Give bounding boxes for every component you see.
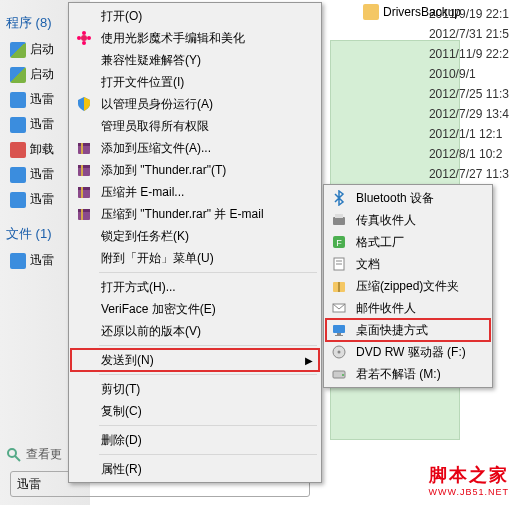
blank-icon: [75, 278, 93, 296]
uninstall-icon: [10, 142, 26, 158]
menu-item-label: 属性(R): [101, 461, 142, 478]
folder-icon: [363, 4, 379, 20]
submenu-arrow-icon: ▶: [305, 355, 313, 366]
windows-icon: [10, 42, 26, 58]
menu-item-label: 使用光影魔术手编辑和美化: [101, 30, 245, 47]
svg-rect-30: [337, 333, 341, 335]
svg-rect-12: [81, 165, 83, 176]
svg-line-1: [15, 456, 20, 461]
menu-item-label: 删除(D): [101, 432, 142, 449]
menu-item-label: 复制(C): [101, 403, 142, 420]
menu-item[interactable]: 锁定到任务栏(K): [71, 225, 319, 247]
rar-icon: [75, 205, 93, 223]
menu-item[interactable]: 管理员取得所有权限: [71, 115, 319, 137]
shield-icon: [75, 95, 93, 113]
svg-rect-14: [78, 187, 90, 190]
menu-item-label: VeriFace 加密文件(E): [101, 301, 216, 318]
blank-icon: [75, 380, 93, 398]
fax-icon: [330, 211, 348, 229]
context-menu: 打开(O)使用光影魔术手编辑和美化兼容性疑难解答(Y)打开文件位置(I)以管理员…: [68, 2, 322, 483]
rar-icon: [75, 139, 93, 157]
menu-item[interactable]: 打开文件位置(I): [71, 71, 319, 93]
menu-item[interactable]: 还原以前的版本(V): [71, 320, 319, 342]
dvd-icon: [330, 343, 348, 361]
blank-icon: [75, 51, 93, 69]
submenu-item-label: 文档: [356, 256, 380, 273]
svg-point-35: [342, 374, 344, 376]
menu-item-label: 压缩并 E-mail...: [101, 184, 184, 201]
submenu-item[interactable]: F格式工厂: [326, 231, 490, 253]
search-icon: [6, 447, 22, 463]
submenu-item-label: Bluetooth 设备: [356, 190, 434, 207]
submenu-item[interactable]: 邮件收件人: [326, 297, 490, 319]
svg-point-5: [77, 36, 81, 40]
menu-item[interactable]: 添加到压缩文件(A)...: [71, 137, 319, 159]
submenu-item-label: 邮件收件人: [356, 300, 416, 317]
menu-item[interactable]: 添加到 "Thunder.rar"(T): [71, 159, 319, 181]
submenu-item-label: 君若不解语 (M:): [356, 366, 441, 383]
menu-item[interactable]: 附到「开始」菜单(U): [71, 247, 319, 269]
drive-icon: [330, 365, 348, 383]
submenu-item-label: 格式工厂: [356, 234, 404, 251]
svg-point-33: [338, 351, 341, 354]
blank-icon: [75, 227, 93, 245]
windows-icon: [10, 67, 26, 83]
menu-item[interactable]: 删除(D): [71, 429, 319, 451]
svg-rect-31: [335, 335, 343, 336]
menu-item-label: 添加到压缩文件(A)...: [101, 140, 211, 157]
menu-item[interactable]: 压缩并 E-mail...: [71, 181, 319, 203]
see-more-results[interactable]: 查看更: [6, 446, 62, 463]
app-icon: [10, 167, 26, 183]
svg-point-0: [8, 449, 16, 457]
svg-text:F: F: [336, 238, 342, 248]
menu-item[interactable]: 打开方式(H)...: [71, 276, 319, 298]
menu-item-label: 发送到(N): [101, 352, 154, 369]
menu-item-label: 以管理员身份运行(A): [101, 96, 213, 113]
menu-item-label: 打开方式(H)...: [101, 279, 176, 296]
menu-item-label: 添加到 "Thunder.rar"(T): [101, 162, 226, 179]
menu-item[interactable]: 打开(O): [71, 5, 319, 27]
menu-item[interactable]: 以管理员身份运行(A): [71, 93, 319, 115]
sendto-submenu: Bluetooth 设备传真收件人F格式工厂文档压缩(zipped)文件夹邮件收…: [323, 184, 493, 388]
submenu-item[interactable]: 桌面快捷方式: [326, 319, 490, 341]
menu-item[interactable]: 复制(C): [71, 400, 319, 422]
svg-rect-18: [81, 209, 83, 220]
bt-icon: [330, 189, 348, 207]
app-icon: [10, 92, 26, 108]
svg-rect-11: [78, 165, 90, 168]
menu-item[interactable]: VeriFace 加密文件(E): [71, 298, 319, 320]
menu-item[interactable]: 兼容性疑难解答(Y): [71, 49, 319, 71]
menu-item-label: 剪切(T): [101, 381, 140, 398]
menu-item[interactable]: 剪切(T): [71, 378, 319, 400]
blank-icon: [75, 402, 93, 420]
submenu-item[interactable]: 君若不解语 (M:): [326, 363, 490, 385]
svg-rect-17: [78, 209, 90, 212]
desktop-icon: [330, 321, 348, 339]
submenu-item[interactable]: 压缩(zipped)文件夹: [326, 275, 490, 297]
menu-item[interactable]: 属性(R): [71, 458, 319, 480]
submenu-item[interactable]: 传真收件人: [326, 209, 490, 231]
submenu-item[interactable]: DVD RW 驱动器 (F:): [326, 341, 490, 363]
svg-point-6: [87, 36, 91, 40]
submenu-item[interactable]: Bluetooth 设备: [326, 187, 490, 209]
blank-icon: [75, 431, 93, 449]
menu-item-label: 打开文件位置(I): [101, 74, 184, 91]
rar-icon: [75, 183, 93, 201]
menu-item-label: 兼容性疑难解答(Y): [101, 52, 201, 69]
menu-item[interactable]: 使用光影魔术手编辑和美化: [71, 27, 319, 49]
menu-item-label: 管理员取得所有权限: [101, 118, 209, 135]
menu-item-label: 还原以前的版本(V): [101, 323, 201, 340]
doc-icon: [330, 255, 348, 273]
blank-icon: [75, 7, 93, 25]
blank-icon: [75, 322, 93, 340]
menu-item-label: 附到「开始」菜单(U): [101, 250, 214, 267]
submenu-item[interactable]: 文档: [326, 253, 490, 275]
folder-row[interactable]: DriversBackup: [363, 2, 511, 22]
submenu-item-label: DVD RW 驱动器 (F:): [356, 344, 466, 361]
menu-item[interactable]: 压缩到 "Thunder.rar" 并 E-mail: [71, 203, 319, 225]
svg-rect-8: [78, 143, 90, 146]
blank-icon: [75, 249, 93, 267]
svg-rect-29: [333, 325, 345, 333]
menu-item[interactable]: 发送到(N)▶: [71, 349, 319, 371]
watermark: 脚本之家 WWW.JB51.NET: [428, 463, 509, 497]
